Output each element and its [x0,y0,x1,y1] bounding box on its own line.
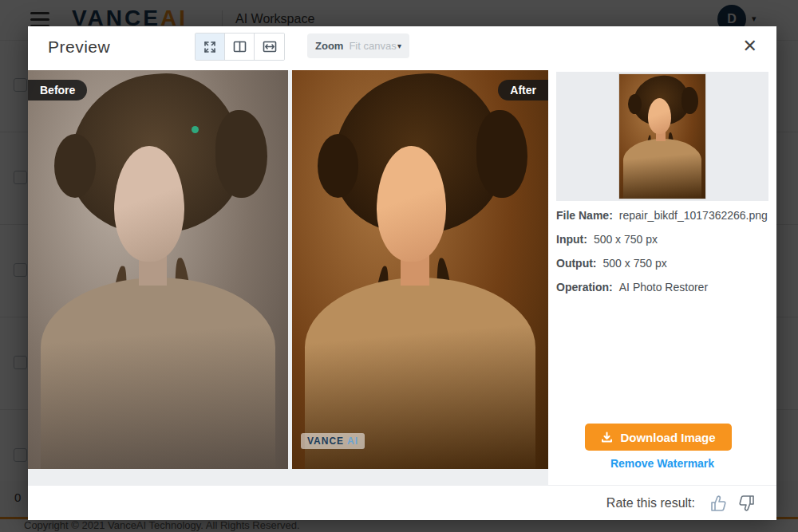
slider-compare-icon [263,41,277,53]
remove-watermark-link[interactable]: Remove Watermark [548,457,776,470]
thumbnail-strip [556,72,768,201]
fullscreen-view-button[interactable] [196,33,225,60]
download-button-label: Download Image [620,431,715,444]
modal-footer: Rate this result: [28,485,776,520]
zoom-dropdown-value: Fit canvas [349,40,397,52]
modal-header: Preview [28,26,776,70]
input-size-row: Input:500 x 750 px [556,231,770,248]
file-name-value: repair_bikdf_1017362266.png [619,209,768,222]
vanceai-watermark: VANCE AI [301,433,365,449]
view-mode-button-group [195,33,285,61]
close-icon[interactable]: ✕ [740,34,760,58]
after-image: After VANCE AI [292,70,548,469]
file-name-row: File Name:repair_bikdf_1017362266.png [556,207,770,224]
split-view-icon [233,41,247,53]
output-size-row: Output:500 x 750 px [556,255,770,272]
result-info-panel: File Name:repair_bikdf_1017362266.png In… [548,70,776,485]
result-thumbnail [618,73,706,199]
after-portrait-photo [292,70,548,469]
before-image: Before [28,70,288,469]
thumbs-up-icon[interactable] [708,494,729,513]
rate-result-label: Rate this result: [606,496,695,510]
fullscreen-icon [203,41,216,53]
output-value: 500 x 750 px [603,257,667,270]
output-label: Output: [556,257,597,270]
zoom-caret-down-icon: ▾ [397,41,401,50]
compare-canvas: Before After VANCE AI [28,70,548,485]
zoom-dropdown[interactable]: Zoom Fit canvas ▾ [307,33,409,58]
split-view-button[interactable] [225,33,255,60]
before-portrait-photo [28,70,288,469]
modal-title: Preview [48,37,110,57]
operation-row: Operation:AI Photo Restorer [556,279,770,296]
operation-value: AI Photo Restorer [619,281,708,294]
file-info-list: File Name:repair_bikdf_1017362266.png In… [556,207,770,303]
preview-modal: Preview [28,26,776,519]
operation-label: Operation: [556,281,613,294]
input-label: Input: [556,233,587,246]
zoom-dropdown-label: Zoom [315,40,343,52]
input-value: 500 x 750 px [594,233,658,246]
after-badge: After [498,80,548,100]
modal-body: Before After VANCE AI [28,70,776,485]
download-icon [601,432,613,443]
thumbs-down-icon[interactable] [737,494,757,513]
download-image-button[interactable]: Download Image [585,424,732,451]
file-name-label: File Name: [556,209,613,222]
slider-compare-button[interactable] [255,33,284,60]
before-badge: Before [28,80,87,100]
